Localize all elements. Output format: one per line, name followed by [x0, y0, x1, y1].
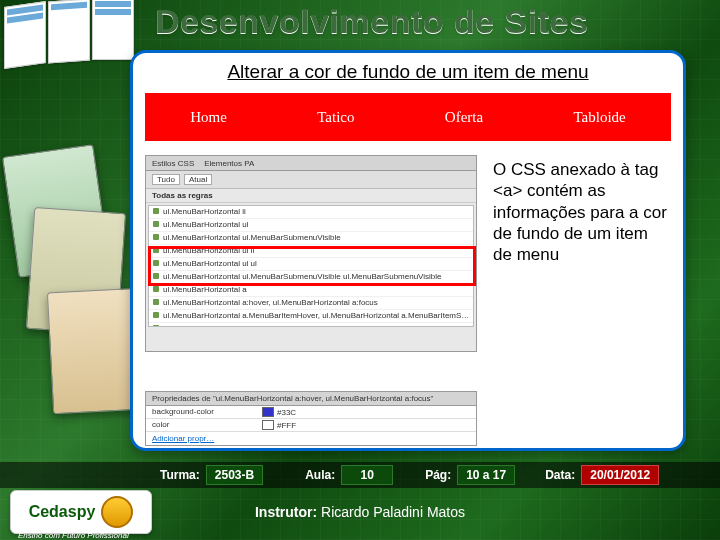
css-rule: ul.MenuBarHorizontal a:hover, ul.MenuBar… — [149, 297, 473, 310]
css-rule: ul.MenuBarHorizontal a.MenuBarItemSubmen… — [149, 323, 473, 327]
decorative-books — [0, 150, 130, 350]
prop-val-color: #FFF — [277, 421, 296, 430]
turma-label: Turma: — [160, 468, 200, 482]
demo-menu-item: Oferta — [441, 109, 487, 126]
css-properties-panel: Propriedades de "ul.MenuBarHorizontal a:… — [145, 391, 477, 446]
demo-menu-bar: Home Tatico Oferta Tabloide — [145, 93, 671, 141]
demo-menu-item: Tatico — [313, 109, 358, 126]
logo-tagline: Ensino com Futuro Profissional — [18, 531, 129, 540]
aula-value: 10 — [341, 465, 393, 485]
css-rule: ul.MenuBarHorizontal ul ul — [149, 258, 473, 271]
pag-label: Pág: — [425, 468, 451, 482]
swatch-icon — [262, 420, 274, 430]
css-rules-list: ul.MenuBarHorizontal li ul.MenuBarHorizo… — [148, 205, 474, 327]
css-rule: ul.MenuBarHorizontal ul.MenuBarSubmenuVi… — [149, 271, 473, 284]
explanation-text: O CSS anexado à tag <a> contém as inform… — [493, 159, 671, 265]
props-title: Propriedades de "ul.MenuBarHorizontal a:… — [146, 392, 476, 406]
demo-menu-item: Tabloide — [570, 109, 630, 126]
css-rule: ul.MenuBarHorizontal ul.MenuBarSubmenuVi… — [149, 232, 473, 245]
slide-title: Desenvolvimento de Sites — [155, 2, 588, 41]
content-box: Alterar a cor de fundo de um item de men… — [130, 50, 686, 451]
slide-subtitle: Alterar a cor de fundo de um item de men… — [133, 53, 683, 87]
prop-key-bg: background-color — [152, 407, 262, 417]
css-rule: ul.MenuBarHorizontal ul li — [149, 245, 473, 258]
footer-bar: Turma: 2503-B Aula: 10 Pág: 10 a 17 Data… — [0, 462, 720, 488]
css-styles-panel: Estilos CSS Elementos PA Tudo Atual Toda… — [145, 155, 477, 352]
turma-value: 2503-B — [206, 465, 263, 485]
add-property-link: Adicionar propr… — [146, 432, 476, 445]
filter-current: Atual — [184, 174, 212, 185]
panel-tab-css: Estilos CSS — [152, 159, 194, 168]
prop-key-color: color — [152, 420, 262, 430]
swatch-icon — [262, 407, 274, 417]
css-rule: ul.MenuBarHorizontal li — [149, 206, 473, 219]
demo-menu-item: Home — [186, 109, 231, 126]
instructor-label: Instrutor: — [255, 504, 317, 520]
prop-val-bg: #33C — [277, 408, 296, 417]
panel-tab-elements: Elementos PA — [204, 159, 254, 168]
instructor-line: Instrutor: Ricardo Paladini Matos — [0, 504, 720, 520]
css-rule: ul.MenuBarHorizontal ul — [149, 219, 473, 232]
rules-heading: Todas as regras — [146, 189, 476, 203]
instructor-name: Ricardo Paladini Matos — [321, 504, 465, 520]
filter-all: Tudo — [152, 174, 180, 185]
aula-label: Aula: — [305, 468, 335, 482]
data-value: 20/01/2012 — [581, 465, 659, 485]
data-label: Data: — [545, 468, 575, 482]
css-rule: ul.MenuBarHorizontal a.MenuBarItemHover,… — [149, 310, 473, 323]
css-rule: ul.MenuBarHorizontal a — [149, 284, 473, 297]
pag-value: 10 a 17 — [457, 465, 515, 485]
